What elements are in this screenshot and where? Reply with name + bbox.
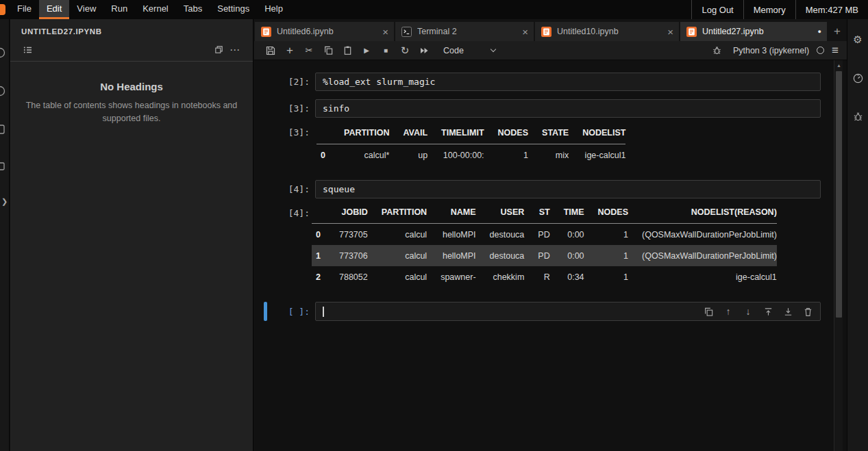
numbered-list-icon[interactable] — [20, 42, 36, 58]
column-header: ST — [524, 203, 549, 224]
tab-terminal-2[interactable]: Terminal 2 × — [395, 22, 534, 41]
execution-count: [ ]: — [271, 307, 310, 317]
row-index: 0 — [312, 224, 325, 246]
notebook-toolbar: + ✂ ▶ ■ ↻ Code Python 3 — [254, 41, 847, 60]
execution-count: [2]: — [271, 77, 310, 87]
property-inspector-gear-icon[interactable]: ⚙ — [851, 33, 865, 47]
menubar-item-view[interactable]: View — [69, 0, 103, 19]
tab-label: Terminal 2 — [417, 27, 518, 36]
sinfo-output-table: PARTITION AVAIL TIMELIMIT NODES STATE NO… — [317, 123, 625, 166]
notebook-icon — [261, 27, 271, 37]
menu-items: File Edit View Run Kernel Tabs Settings … — [10, 0, 290, 19]
paste-cells-button[interactable] — [339, 42, 356, 59]
code-cell-input[interactable]: sinfo — [315, 99, 821, 118]
tab-close-icon[interactable]: × — [522, 27, 528, 37]
insert-cell-above-icon[interactable] — [762, 306, 773, 317]
duplicate-cell-icon[interactable] — [703, 306, 714, 317]
tab-close-icon[interactable]: × — [667, 27, 673, 37]
column-header: NAME — [427, 203, 475, 224]
memory-menu[interactable]: Memory — [743, 0, 795, 19]
tab-untitled10[interactable]: Untitled10.ipynb × — [535, 22, 679, 41]
code-cell-input[interactable]: %load_ext slurm_magic — [315, 73, 821, 91]
insert-cell-button[interactable]: + — [282, 42, 298, 59]
panel-title: UNTITLED27.IPYNB — [10, 19, 253, 36]
unsaved-changes-indicator[interactable]: ● — [818, 28, 821, 35]
tab-label: Untitled10.ipynb — [557, 27, 663, 36]
run-cell-button[interactable]: ▶ — [358, 42, 375, 59]
restart-kernel-button[interactable]: ↻ — [397, 42, 413, 59]
column-header: AVAIL — [389, 123, 427, 144]
menubar: File Edit View Run Kernel Tabs Settings … — [0, 0, 868, 19]
cell-toolbar: ↑ ↓ — [703, 306, 813, 317]
column-header: PARTITION — [330, 123, 389, 144]
row-index: 1 — [312, 245, 325, 266]
left-activity-icon[interactable] — [0, 47, 6, 59]
menubar-item-edit[interactable]: Edit — [39, 0, 69, 19]
tab-label: Untitled6.ipynb — [277, 27, 378, 36]
restore-panel-icon[interactable] — [210, 42, 227, 58]
tab-close-icon[interactable]: × — [382, 27, 388, 37]
execution-count: [3]: — [271, 103, 310, 114]
toc-toolbar: ⋯ — [10, 38, 253, 62]
interrupt-kernel-button[interactable]: ■ — [377, 42, 394, 59]
tab-untitled6[interactable]: Untitled6.ipynb × — [255, 22, 394, 41]
dock-tab-bar: Untitled6.ipynb × Terminal 2 × Untitled1… — [254, 19, 847, 41]
resource-dashboard-icon[interactable] — [851, 71, 865, 85]
cut-cells-button[interactable]: ✂ — [301, 42, 317, 59]
column-header: TIME — [550, 203, 584, 224]
menubar-right: Log Out Memory Mem:427 MB — [691, 0, 868, 19]
left-activity-icon[interactable] — [0, 85, 6, 97]
table-corner — [312, 203, 325, 224]
insert-cell-below-icon[interactable] — [782, 306, 793, 317]
scrollbar-thumb[interactable] — [836, 71, 842, 318]
copy-cells-button[interactable] — [320, 42, 336, 59]
output-prompt: [4]: — [271, 208, 310, 218]
table-of-contents-panel: UNTITLED27.IPYNB ⋯ No Headings The table… — [10, 19, 253, 451]
table-row: 0 773705 calcul helloMPI destouca PD 0:0… — [312, 224, 777, 246]
move-cell-up-icon[interactable]: ↑ — [723, 306, 734, 317]
kernel-status-indicator[interactable] — [817, 47, 824, 54]
notebook-icon — [686, 27, 697, 37]
squeue-output-table: JOBID PARTITION NAME USER ST TIME NODES … — [312, 203, 777, 287]
table-row: 1 773706 calcul helloMPI destouca PD 0:0… — [312, 245, 777, 266]
scroll-up-arrow-icon[interactable]: ▲ — [836, 63, 841, 68]
column-header: NODELIST(REASON) — [628, 203, 777, 224]
toc-empty-title: No Headings — [10, 81, 253, 92]
column-header: USER — [476, 203, 525, 224]
menubar-item-settings[interactable]: Settings — [210, 0, 257, 19]
new-launcher-button[interactable]: + — [828, 22, 846, 41]
kernel-name-button[interactable]: Python 3 (ipykernel) — [733, 46, 809, 55]
move-cell-down-icon[interactable]: ↓ — [743, 306, 754, 317]
more-options-icon[interactable]: ⋯ — [227, 42, 243, 58]
main-dock-panel: Untitled6.ipynb × Terminal 2 × Untitled1… — [254, 19, 847, 451]
menubar-item-tabs[interactable]: Tabs — [176, 0, 210, 19]
restart-run-all-button[interactable] — [416, 42, 432, 59]
tab-untitled27[interactable]: Untitled27.ipynb ● — [680, 22, 827, 41]
menubar-item-help[interactable]: Help — [257, 0, 290, 19]
chevron-down-icon — [491, 47, 496, 52]
delete-cell-icon[interactable] — [802, 306, 813, 317]
cell-type-value: Code — [443, 46, 464, 55]
debugger-bug-icon[interactable] — [851, 109, 865, 123]
column-header: JOBID — [325, 203, 368, 224]
column-header: STATE — [528, 123, 569, 144]
vertical-scrollbar[interactable]: ▲ — [834, 60, 843, 451]
active-cell-indicator[interactable] — [264, 302, 267, 321]
debugger-toggle-icon[interactable] — [709, 42, 726, 59]
column-header: NODES — [584, 203, 628, 224]
code-cell-input[interactable]: ↑ ↓ — [315, 302, 821, 321]
cell-type-select[interactable]: Code — [443, 46, 495, 55]
left-activity-icon[interactable] — [0, 123, 6, 136]
left-activity-bar: ❯ — [0, 19, 10, 451]
save-button[interactable] — [262, 42, 279, 59]
code-cell-input[interactable]: squeue — [315, 180, 821, 198]
expand-sidebar-icon[interactable]: ❯ — [1, 197, 8, 206]
menubar-item-run[interactable]: Run — [103, 0, 135, 19]
column-header: PARTITION — [368, 203, 427, 224]
toolbar-overflow-menu-icon[interactable]: ≡ — [832, 44, 839, 57]
logout-button[interactable]: Log Out — [691, 0, 743, 19]
menubar-item-kernel[interactable]: Kernel — [135, 0, 176, 19]
jupyter-logo-fragment — [0, 4, 5, 15]
menubar-item-file[interactable]: File — [10, 0, 39, 19]
left-activity-icon[interactable] — [0, 160, 6, 172]
